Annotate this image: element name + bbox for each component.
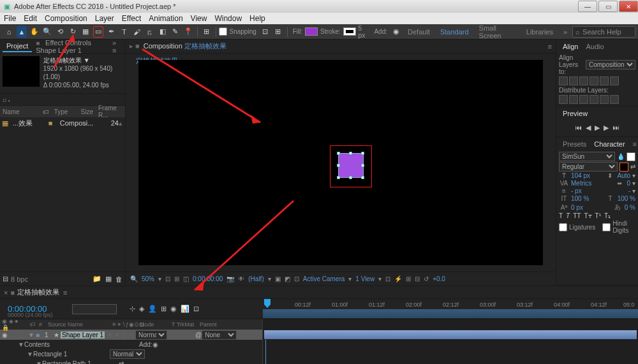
type-tool[interactable]: T [119, 26, 130, 38]
menu-view[interactable]: View [191, 14, 207, 23]
align-right-icon[interactable] [579, 76, 588, 85]
timeline-tab[interactable]: 定格抽帧效果 [17, 288, 59, 297]
panel-menu-icon[interactable]: ≡ [629, 139, 638, 149]
close-button[interactable]: ✕ [619, 1, 638, 12]
rectangle-1-group[interactable]: Rectangle 1 [33, 351, 110, 358]
zoom-dropdown[interactable]: 50% [142, 275, 154, 282]
draft3d-icon[interactable]: ◈ [139, 305, 144, 313]
handle-tr[interactable] [361, 152, 364, 155]
twirl-icon[interactable]: ▼ [18, 341, 24, 348]
resolution-dropdown[interactable]: (Half) [248, 275, 263, 282]
ligatures-checkbox[interactable] [559, 223, 567, 231]
snap-edge-icon[interactable]: ⊡ [260, 26, 271, 38]
tab-presets[interactable]: Presets [559, 139, 590, 149]
contents-group[interactable]: Contents [24, 341, 101, 348]
search-help-input[interactable]: ⌕ Search Help [572, 26, 635, 38]
align-hcenter-icon[interactable] [569, 76, 578, 85]
handle-r[interactable] [361, 164, 364, 167]
timeline-icon[interactable]: ⊞ [406, 275, 411, 282]
hscale[interactable]: 100 % [618, 195, 635, 202]
rotate-tool[interactable]: ↻ [68, 26, 78, 38]
italic-button[interactable]: T [566, 212, 570, 219]
timeline-search-input[interactable] [72, 304, 117, 314]
layer-name[interactable]: Shape Layer 1 [61, 331, 105, 339]
current-time[interactable]: 0:00:00:00 [193, 275, 223, 282]
handle-l[interactable] [337, 164, 340, 167]
region-icon[interactable]: ▣ [275, 275, 281, 282]
baseline[interactable]: 0 px [571, 204, 583, 211]
timeline-tracks[interactable] [263, 319, 638, 364]
mask-icon[interactable]: ◫ [183, 275, 189, 282]
composition-canvas[interactable] [138, 60, 543, 265]
hide-shy-icon[interactable]: 👤 [148, 305, 157, 313]
workspace-small[interactable]: Small Screen [474, 23, 521, 41]
fill-color-swatch[interactable] [627, 152, 635, 161]
shape-mode-dropdown[interactable]: Normal [110, 349, 145, 359]
layer-tab-icon[interactable]: ▸ ■ [130, 42, 140, 50]
delete-icon[interactable]: 🗑 [115, 275, 122, 283]
stroke-width[interactable]: 5 px [359, 25, 369, 39]
twirl-icon[interactable]: ▼ [36, 360, 42, 364]
3d-view-icon[interactable]: ⊡ [294, 275, 299, 282]
blend-mode-dropdown[interactable]: Normal [135, 330, 167, 340]
subscript-button[interactable]: T₁ [604, 212, 611, 219]
workspace-libraries[interactable]: Libraries [521, 27, 558, 37]
swap-icon[interactable]: ⇄ [630, 163, 635, 170]
camera-dropdown[interactable]: Active Camera [303, 275, 345, 282]
orbit-tool[interactable]: ⟲ [55, 26, 65, 38]
reset-exp-icon[interactable]: ↺ [424, 275, 429, 282]
menu-file[interactable]: File [4, 14, 16, 23]
workspace-standard[interactable]: Standard [435, 27, 474, 37]
show-snapshot-icon[interactable]: 👁 [238, 275, 244, 282]
playhead[interactable] [264, 299, 271, 308]
project-item[interactable]: ▦ ...效果 ■ Composi... 24 ▴ [0, 117, 125, 129]
col-type[interactable]: Type [52, 108, 78, 115]
menu-window[interactable]: Window [214, 14, 242, 23]
comp-thumbnail[interactable] [3, 56, 40, 87]
brainstorm-icon[interactable]: ⊡ [193, 305, 199, 313]
comp-mini-flow-icon[interactable]: ⊹ [130, 305, 135, 313]
frame-blend-icon[interactable]: ⊞ [161, 305, 167, 313]
add-menu-icon[interactable]: ◉ [152, 341, 158, 348]
col-tag-icon[interactable]: 🏷 [40, 108, 52, 115]
menu-composition[interactable]: Composition [45, 14, 87, 23]
parent-dropdown[interactable]: None [202, 330, 237, 340]
hand-tool[interactable]: ✋ [29, 26, 40, 38]
layer-duration-bar[interactable] [264, 330, 637, 339]
leading[interactable]: Auto [617, 172, 630, 179]
pen-tool[interactable]: ✒ [106, 26, 116, 38]
magnify-icon[interactable]: 🔍 [130, 275, 138, 282]
path-direction-icon[interactable]: ⇄ [119, 360, 124, 364]
col-name[interactable]: Name [0, 108, 40, 115]
col-source-name[interactable]: Source Name [46, 321, 110, 328]
grid-icon[interactable]: ⊞ [174, 275, 179, 282]
snapshot-icon[interactable]: 📷 [226, 275, 234, 282]
layer-row-1[interactable]: ◉ ▼ ■ 1 ★ Shape Layer 1 ✳ ✶ ∖ Normal @ N… [0, 330, 262, 340]
col-trkmat[interactable]: T TrkMat [170, 321, 198, 328]
align-target-dropdown[interactable]: Composition [586, 60, 635, 69]
col-mode[interactable]: Mode [138, 321, 170, 328]
first-frame-icon[interactable]: ⏮ [575, 124, 582, 132]
panel-menu-icon[interactable]: ≡ [548, 43, 552, 50]
camera-tool[interactable]: ▦ [80, 26, 91, 38]
home-icon[interactable]: ⌂ [4, 26, 14, 38]
font-size[interactable]: 104 px [571, 172, 590, 179]
tab-audio[interactable]: Audio [582, 41, 607, 52]
panel-menu-icon[interactable]: ≡ [63, 289, 67, 296]
kerning[interactable]: Metrics [571, 180, 591, 187]
shape-layer-rectangle[interactable] [338, 153, 364, 178]
align-left-icon[interactable] [559, 76, 568, 85]
menu-effect[interactable]: Effect [122, 14, 141, 23]
tracking[interactable]: 0 [627, 180, 630, 187]
char-stroke[interactable]: - px [571, 187, 582, 194]
snap-grid-icon[interactable]: ⊞ [273, 26, 283, 38]
tab-character[interactable]: Character [590, 139, 628, 149]
align-top-icon[interactable] [590, 76, 598, 85]
tsume[interactable]: 0 % [625, 204, 635, 211]
eyedropper-icon[interactable]: 💧 [617, 153, 625, 160]
stroke-color-swatch[interactable] [619, 163, 628, 171]
align-bottom-icon[interactable] [610, 76, 619, 85]
bpc-button[interactable]: 8 bpc [11, 275, 28, 283]
next-frame-icon[interactable]: ▶ [604, 124, 609, 132]
transparency-icon[interactable]: ◩ [285, 275, 290, 282]
